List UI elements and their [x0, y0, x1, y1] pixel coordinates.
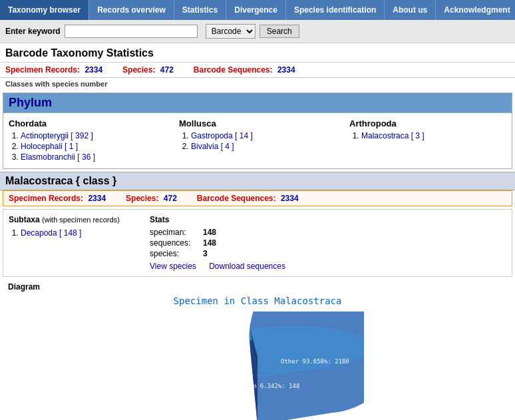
- arthropoda-list: Malacostraca [ 3 ]: [349, 131, 506, 140]
- nav-species-identification[interactable]: Species identification: [286, 0, 385, 20]
- list-item: Gastropoda [ 14 ]: [191, 131, 336, 140]
- other-label: Other 93.658%: 2186: [281, 358, 349, 365]
- barcode-sequences-stat: Barcode Sequences: 2334: [194, 65, 295, 75]
- list-item: Malacostraca [ 3 ]: [361, 131, 506, 140]
- specimen-records-value: 2334: [85, 65, 102, 75]
- specimen-records-stat: Specimen Records: 2334: [5, 65, 102, 75]
- mala-specimen-stat: Specimen Records: 2334: [9, 194, 106, 203]
- subtaxa-title: Subtaxa (with specimen records): [9, 215, 142, 224]
- table-row: speciman: 148: [150, 227, 222, 238]
- species-label: Species:: [122, 65, 155, 75]
- phylum-section: Phylum Chordata Actinopterygii [ 392 ] H…: [3, 93, 512, 169]
- nav-taxonomy-browser[interactable]: Taxonomy browser: [0, 0, 89, 20]
- list-item: Elasmobranchii [ 36 ]: [21, 152, 166, 162]
- sequences-key: sequences:: [150, 238, 203, 248]
- bivalvia-link[interactable]: Bivalvia [ 4 ]: [191, 142, 234, 151]
- mala-barcode-label: Barcode Sequences:: [197, 194, 276, 203]
- page-title: Barcode Taxonomy Statistics: [0, 43, 515, 63]
- stats-panel-title: Stats: [150, 215, 506, 224]
- chart-title: Specimen in Class Malacostraca: [8, 296, 507, 306]
- list-item: Decapoda [ 148 ]: [21, 228, 142, 238]
- speciman-key: speciman:: [150, 227, 203, 238]
- top-stats-bar: Specimen Records: 2334 Species: 472 Barc…: [0, 63, 515, 78]
- phylum-columns: Chordata Actinopterygii [ 392 ] Holoceph…: [3, 113, 512, 168]
- table-row: sequences: 148: [150, 238, 222, 248]
- chart-container: Other 93.658%: 2186 Specimen 6.342%: 148: [8, 312, 507, 420]
- pie-chart-svg: Other 93.658%: 2186 Specimen 6.342%: 148: [151, 312, 364, 420]
- mollusca-heading: Mollusca: [179, 118, 336, 128]
- malacostraca-link[interactable]: Malacostraca [ 3 ]: [361, 131, 425, 140]
- malacostraca-content: Subtaxa (with specimen records) Decapoda…: [3, 209, 512, 277]
- gastropoda-link[interactable]: Gastropoda [ 14 ]: [191, 131, 253, 140]
- nav-statistics[interactable]: Statistics: [174, 0, 226, 20]
- search-label: Enter keyword: [5, 27, 61, 36]
- nav-acknowledgment[interactable]: Acknowledgment: [436, 0, 515, 20]
- view-species-link[interactable]: View species: [150, 262, 196, 271]
- malacostraca-title: Malacostraca { class }: [0, 172, 515, 190]
- stats-links: View species Download sequences: [150, 262, 506, 271]
- list-item: Holocephali [ 1 ]: [21, 142, 166, 151]
- subtaxa-list: Decapoda [ 148 ]: [9, 228, 142, 238]
- classes-header: Classes with species number: [0, 78, 515, 90]
- phylum-title: Phylum: [3, 93, 512, 113]
- mala-specimen-label: Specimen Records:: [9, 194, 83, 203]
- stats-table: speciman: 148 sequences: 148 species: 3: [150, 227, 222, 259]
- nav-about-us[interactable]: About us: [385, 0, 436, 20]
- chordata-heading: Chordata: [9, 118, 166, 128]
- search-input[interactable]: [65, 25, 198, 38]
- search-type-select[interactable]: Barcode: [206, 24, 256, 39]
- species-key: species:: [150, 248, 203, 259]
- species-stat: Species: 472: [122, 65, 174, 75]
- subtaxa-panel: Subtaxa (with specimen records) Decapoda…: [9, 215, 142, 271]
- mala-specimen-value: 2334: [88, 194, 106, 203]
- search-button[interactable]: Search: [259, 25, 299, 38]
- chordata-column: Chordata Actinopterygii [ 392 ] Holoceph…: [9, 118, 166, 163]
- specimen-records-label: Specimen Records:: [5, 65, 80, 75]
- chordata-list: Actinopterygii [ 392 ] Holocephali [ 1 ]…: [9, 131, 166, 162]
- download-sequences-link[interactable]: Download sequences: [209, 262, 285, 271]
- nav-divergence[interactable]: Divergence: [226, 0, 286, 20]
- nav-records-overview[interactable]: Records overview: [89, 0, 174, 20]
- holocephali-link[interactable]: Holocephali [ 1 ]: [21, 142, 78, 151]
- sequences-val: 148: [203, 238, 222, 248]
- stats-panel: Stats speciman: 148 sequences: 148 speci…: [150, 215, 506, 271]
- arthropoda-heading: Arthropoda: [349, 118, 506, 128]
- diagram-title: Diagram: [8, 282, 507, 292]
- main-nav: Taxonomy browser Records overview Statis…: [0, 0, 515, 20]
- diagram-section: Diagram Specimen in Class Malacostraca O…: [3, 280, 512, 420]
- list-item: Bivalvia [ 4 ]: [191, 142, 336, 151]
- search-bar: Enter keyword Barcode Search: [0, 20, 515, 43]
- species-value: 472: [160, 65, 174, 75]
- subtaxa-subtitle: (with specimen records): [42, 216, 120, 224]
- table-row: species: 3: [150, 248, 222, 259]
- decapoda-link[interactable]: Decapoda [ 148 ]: [21, 228, 81, 238]
- malacostraca-stats-bar: Specimen Records: 2334 Species: 472 Barc…: [3, 190, 512, 206]
- specimen-label-chart: Specimen 6.342%: 148: [228, 383, 299, 389]
- list-item: Actinopterygii [ 392 ]: [21, 131, 166, 140]
- species-val: 3: [203, 248, 222, 259]
- mollusca-list: Gastropoda [ 14 ] Bivalvia [ 4 ]: [179, 131, 336, 151]
- mala-species-label: Species:: [126, 194, 158, 203]
- speciman-val: 148: [203, 227, 222, 238]
- actinopterygii-link[interactable]: Actinopterygii [ 392 ]: [21, 131, 93, 140]
- mala-barcode-stat: Barcode Sequences: 2334: [197, 194, 299, 203]
- mala-barcode-value: 2334: [281, 194, 299, 203]
- barcode-sequences-label: Barcode Sequences:: [194, 65, 273, 75]
- mollusca-column: Mollusca Gastropoda [ 14 ] Bivalvia [ 4 …: [179, 118, 336, 163]
- mala-species-value: 472: [164, 194, 177, 203]
- arthropoda-column: Arthropoda Malacostraca [ 3 ]: [349, 118, 506, 163]
- mala-species-stat: Species: 472: [126, 194, 177, 203]
- elasmobranchii-link[interactable]: Elasmobranchii [ 36 ]: [21, 152, 95, 162]
- barcode-sequences-value: 2334: [277, 65, 295, 75]
